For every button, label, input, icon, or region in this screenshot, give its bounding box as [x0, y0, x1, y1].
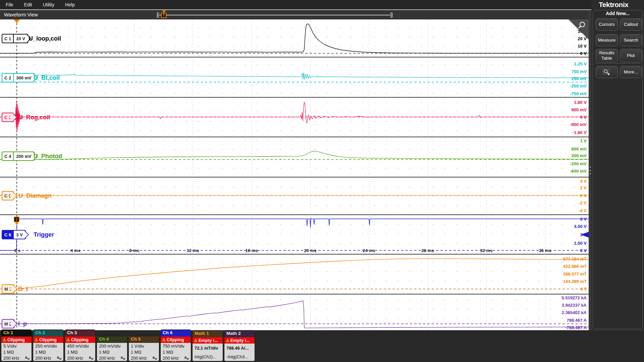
channel-name-c4[interactable]: U_Photod — [34, 153, 62, 160]
time-axis-label: 28 ms — [422, 248, 434, 253]
channel-settings-badge-math2[interactable]: Math 2⚠Empty i...788.46 A/...-Intg(Ch3..… — [224, 330, 255, 361]
time-axis-label: 8 ms — [129, 248, 139, 253]
channel-settings-badge-ch2[interactable]: Ch 2⚠Clipping250 mV/div1 MΩ200 kHzBW — [33, 330, 63, 361]
overview-left-bracket-bottom — [157, 17, 159, 17]
scale-label-m2: 788.467 A — [567, 318, 587, 323]
badge-setting-value: 200 kHz — [163, 356, 179, 361]
measure-button[interactable]: Measure — [596, 34, 618, 46]
channel-settings-badge-ch4[interactable]: Ch 4200 mV/div1 MΩ200 kHzBW — [97, 336, 127, 361]
time-axis-label: 20 ms — [304, 248, 317, 253]
waveform-view-title: Waveform View — [4, 12, 38, 17]
badge-setting-row: 5 V/div — [1, 343, 32, 349]
more-button[interactable]: More... — [620, 66, 642, 78]
channel-settings-badge-ch5[interactable]: Ch 51 V/div1 MΩ200 kHzBW — [129, 336, 159, 361]
menu-item-utility[interactable]: Utility — [43, 2, 54, 7]
scale-label-c6: 6 V — [580, 217, 587, 222]
badge-title: Ch 5 — [129, 336, 159, 343]
channel-settings-badge-ch3[interactable]: Ch 3⚠Clipping450 mV/div1 MΩ200 kHzBW — [65, 330, 95, 361]
channel-settings-badge-ch1[interactable]: Ch 1⚠Clipping5 V/div1 MΩ200 kHzBW — [1, 330, 32, 361]
menu-item-help[interactable]: Help — [65, 2, 75, 7]
scale-label-c5: 2 V — [580, 185, 587, 190]
badge-setting-value: -Intg(Ch3... — [226, 354, 248, 359]
splitter-handle-icon — [590, 170, 591, 171]
badge-setting-row: 72.1 mT/div — [193, 344, 223, 352]
channel-name-m2[interactable]: I_p — [18, 320, 27, 327]
menu-item-edit[interactable]: Edit — [24, 2, 32, 7]
warning-text: Clipping — [7, 337, 25, 342]
scale-label-c5: 0 V — [580, 193, 587, 198]
trigger-time-marker-icon[interactable] — [14, 19, 20, 23]
channel-name-c1[interactable]: U_loop,coil — [29, 35, 61, 42]
channel-badge-c3[interactable]: C 3 — [2, 113, 14, 122]
badge-setting-row: 1 MΩ — [97, 349, 127, 355]
trigger-level-arrow-icon[interactable] — [581, 232, 589, 238]
cursors-button[interactable]: Cursors — [596, 18, 618, 31]
bandwidth-icon: BW — [153, 356, 157, 360]
channel-badge-scale: 20 V — [13, 35, 28, 43]
channel-badge-id: C 3 — [2, 113, 13, 121]
badge-setting-value: 1 MΩ — [3, 350, 14, 355]
menu-item-file[interactable]: File — [6, 2, 13, 7]
channel-name-c3[interactable]: U_Rog,coil — [18, 114, 50, 121]
badge-warning: ⚠Clipping — [33, 337, 63, 343]
badge-setting-value: 250 mV/div — [35, 344, 57, 349]
channel-name-m1[interactable]: B_t — [18, 286, 28, 293]
warning-text: Clipping — [39, 337, 57, 342]
add-new-header: Add New... — [591, 11, 644, 16]
scale-label-c4: 1 V — [580, 138, 587, 143]
scale-label-c6: 1.50 V — [574, 241, 587, 246]
scale-label-c1: 10 V — [578, 44, 587, 49]
badge-setting-row: 788.46 A/... — [224, 344, 255, 352]
badge-setting-value: 72.1 mT/div — [195, 346, 218, 351]
callout-button[interactable]: Callout — [620, 18, 642, 31]
channel-name-c6[interactable]: Trigger — [34, 231, 54, 238]
channel-badge-c1[interactable]: C 120 V — [2, 34, 28, 43]
channel-badge-c6[interactable]: C 63 V — [2, 230, 26, 239]
overview-trigger-icon[interactable]: T — [161, 13, 166, 18]
badge-setting-row: 1 MΩ — [161, 349, 191, 355]
search-button[interactable]: Search — [620, 34, 642, 46]
channel-badge-id: C 5 — [2, 192, 13, 200]
channel-badge-m2[interactable]: M 2 — [2, 319, 14, 328]
scale-label-c2: 1.25 V — [574, 61, 587, 66]
plot-button[interactable]: Plot — [620, 49, 642, 62]
results-table-button[interactable]: Results Table — [596, 49, 618, 62]
horizontal-overview-bar[interactable] — [158, 15, 392, 15]
badge-setting-value: 1 MΩ — [131, 350, 141, 355]
cursor-arrow-icon — [608, 73, 610, 75]
badge-warning: ⚠Clipping — [1, 337, 32, 343]
channel-name-c5[interactable]: U_Diamagn — [18, 192, 52, 199]
warning-text: Clipping — [167, 337, 184, 342]
scale-label-c3: -900 mV — [570, 122, 587, 127]
channel-badge-scale: 3 V — [13, 231, 25, 239]
scale-label-c5: 4 V — [580, 179, 587, 184]
channel-badge-scale: 300 mV — [13, 74, 34, 82]
time-axis-label: 0 s — [14, 248, 20, 253]
channel-name-c2[interactable]: U_Bt,coil — [34, 74, 60, 81]
badge-setting-value: 200 kHz — [99, 356, 115, 361]
time-axis-label: 32 ms — [480, 248, 493, 253]
plot-sidebar-splitter[interactable] — [589, 10, 591, 330]
waveform-plot-area[interactable]: T 30 V20 V10 V0 VC 120 VU_loop,coil1.25 … — [0, 19, 589, 330]
badge-setting-value: 200 kHz — [35, 356, 51, 361]
badge-setting-row: 200 kHzBW — [1, 355, 32, 361]
badge-warning: ⚠Empty i... — [193, 337, 223, 344]
warning-icon: ⚠ — [66, 338, 70, 342]
channel-badge-id: C 6 — [2, 231, 13, 239]
channel-badge-m1[interactable]: M 1 — [2, 284, 14, 294]
channel-badge-c2[interactable]: C 2300 mV — [2, 73, 35, 82]
channel-settings-badge-ch6[interactable]: Ch 6⚠Clipping750 mV/div1 MΩ200 kHzBW — [161, 330, 191, 361]
trigger-source-marker-icon[interactable]: T — [14, 217, 19, 222]
channel-badge-c5[interactable]: C 5 — [2, 191, 14, 200]
bandwidth-icon: BW — [121, 356, 125, 360]
badge-title: Ch 3 — [65, 330, 95, 337]
warning-text: Clipping — [71, 337, 89, 342]
splitter-handle-icon — [590, 173, 591, 174]
badge-title: Math 1 — [193, 330, 223, 337]
bandwidth-icon: BW — [57, 356, 61, 360]
bandwidth-icon: BW — [184, 356, 189, 360]
badge-warning: ⚠Clipping — [161, 337, 191, 343]
channel-settings-badge-math1[interactable]: Math 1⚠Empty i...72.1 mT/divIntg(Ch2)... — [193, 330, 223, 361]
channel-badge-c4[interactable]: C 4200 mV — [2, 152, 35, 161]
zoom-region-button[interactable] — [596, 66, 618, 78]
